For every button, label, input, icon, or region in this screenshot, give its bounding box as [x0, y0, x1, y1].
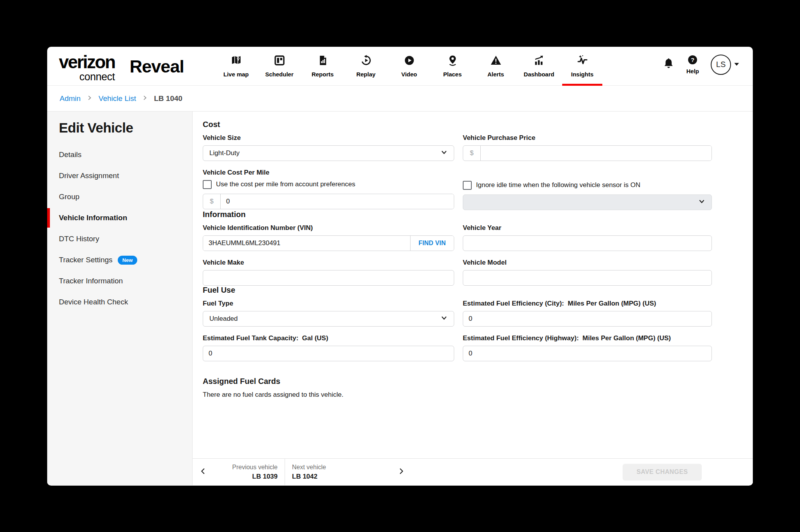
idle-checkbox-row: Ignore idle time when the following vehi…: [463, 181, 712, 189]
vehicle-size-value: Light-Duty: [209, 149, 239, 157]
fuel-type-value: Unleaded: [209, 315, 238, 323]
nav-item-places[interactable]: Places: [431, 47, 474, 85]
chevron-down-icon: [734, 61, 740, 68]
information-row-2: Vehicle Make Vehicle Model: [203, 259, 753, 286]
chevron-right-icon: [398, 467, 405, 477]
nav-label: Places: [443, 71, 462, 78]
app-window: verizon connect Reveal Live map Schedule…: [47, 47, 753, 486]
breadcrumb-vehicle-list-link[interactable]: Vehicle List: [99, 94, 136, 103]
video-icon: [404, 55, 415, 68]
vehicle-size-select[interactable]: Light-Duty: [203, 145, 454, 161]
purchase-price-label: Vehicle Purchase Price: [463, 134, 712, 142]
efficiency-highway-label: Estimated Fuel Efficiency (Highway): Mil…: [463, 334, 712, 342]
nav-item-reports[interactable]: Reports: [301, 47, 344, 85]
nav-label: Video: [401, 71, 417, 78]
vehicle-year-field: Vehicle Year: [463, 224, 712, 251]
help-button[interactable]: ? Help: [686, 55, 699, 74]
logo-connect-text: connect: [79, 72, 115, 82]
tank-capacity-input[interactable]: [203, 346, 454, 361]
idle-checkbox[interactable]: [463, 181, 472, 190]
previous-vehicle-label: Previous vehicle: [232, 464, 278, 471]
new-badge: New: [118, 256, 138, 265]
nav-item-insights[interactable]: Insights: [561, 47, 604, 85]
fuel-cards-empty-text: There are no fuel cards assigned to this…: [203, 391, 753, 399]
verizon-wordmark: verizon connect: [59, 53, 115, 82]
sidebar-nav: Details Driver Assignment Group Vehicle …: [47, 144, 192, 313]
information-row-1: Vehicle Identification Number (VIN) FIND…: [203, 224, 753, 251]
cost-row-1: Vehicle Size Light-Duty Vehicle Purchase…: [203, 134, 753, 161]
sidebar-item-details[interactable]: Details: [47, 144, 192, 165]
fuel-type-select[interactable]: Unleaded: [203, 311, 454, 327]
main-panel: Cost Vehicle Size Light-Duty Vehicle Pur…: [193, 111, 753, 485]
next-vehicle-button[interactable]: [389, 459, 413, 485]
tank-capacity-label: Estimated Fuel Tank Capacity: Gal (US): [203, 334, 454, 342]
sidebar-item-label: DTC History: [59, 235, 99, 243]
breadcrumb: Admin Vehicle List LB 1040: [47, 86, 753, 111]
user-menu[interactable]: LS: [711, 55, 740, 75]
vin-input[interactable]: [203, 236, 410, 251]
vehicle-model-input[interactable]: [463, 270, 712, 286]
vin-label: Vehicle Identification Number (VIN): [203, 224, 454, 232]
chevron-down-icon: [441, 149, 448, 158]
svg-text:?: ?: [691, 57, 694, 63]
nav-item-video[interactable]: Video: [388, 47, 431, 85]
chevron-right-icon: [142, 95, 148, 103]
verizon-connect-logo: verizon connect Reveal: [59, 53, 184, 82]
next-vehicle-info[interactable]: Next vehicle LB 1042: [285, 459, 354, 485]
cost-per-mile-checkbox[interactable]: [203, 180, 212, 189]
nav-label: Reports: [312, 71, 334, 78]
cost-per-mile-checkbox-label: Use the cost per mile from account prefe…: [216, 180, 355, 188]
sidebar-item-driver-assignment[interactable]: Driver Assignment: [47, 165, 192, 186]
vehicle-make-input[interactable]: [203, 270, 454, 286]
sidebar-item-vehicle-information[interactable]: Vehicle Information: [47, 207, 192, 228]
cost-per-mile-input[interactable]: [221, 194, 454, 209]
efficiency-city-input[interactable]: [463, 311, 712, 327]
vehicle-year-input[interactable]: [463, 235, 712, 251]
next-vehicle-name: LB 1042: [292, 473, 317, 481]
sidebar-item-label: Tracker Information: [59, 277, 123, 285]
previous-vehicle-info[interactable]: Previous vehicle LB 1039: [214, 459, 285, 485]
fuel-row-2: Estimated Fuel Tank Capacity: Gal (US) E…: [203, 334, 753, 361]
help-label: Help: [686, 68, 699, 74]
nav-item-replay[interactable]: Replay: [344, 47, 388, 85]
nav-label: Dashboard: [524, 71, 554, 78]
efficiency-highway-input[interactable]: [463, 346, 712, 361]
idle-sensor-select[interactable]: [463, 194, 712, 210]
nav-item-live-map[interactable]: Live map: [214, 47, 258, 85]
reports-icon: [317, 55, 329, 68]
nav-item-dashboard[interactable]: Dashboard: [517, 47, 561, 85]
efficiency-city-label: Estimated Fuel Efficiency (City): Miles …: [463, 300, 712, 308]
find-vin-button[interactable]: FIND VIN: [410, 236, 454, 251]
purchase-price-input[interactable]: [481, 146, 712, 161]
previous-vehicle-button[interactable]: [193, 459, 214, 485]
edit-vehicle-sidebar: Edit Vehicle Details Driver Assignment G…: [47, 111, 193, 485]
vehicle-year-label: Vehicle Year: [463, 224, 712, 232]
sidebar-item-dtc-history[interactable]: DTC History: [47, 228, 192, 249]
vehicle-size-field: Vehicle Size Light-Duty: [203, 134, 454, 161]
vehicle-form: Cost Vehicle Size Light-Duty Vehicle Pur…: [193, 111, 753, 458]
vehicle-model-field: Vehicle Model: [463, 259, 712, 286]
help-icon: ?: [687, 55, 698, 67]
notifications-bell-icon[interactable]: [663, 58, 674, 72]
sidebar-item-device-health-check[interactable]: Device Health Check: [47, 292, 192, 313]
next-vehicle-label: Next vehicle: [292, 464, 326, 471]
sidebar-item-tracker-settings[interactable]: Tracker Settings New: [47, 249, 192, 270]
primary-nav: Live map Scheduler Reports Replay Video …: [214, 47, 604, 85]
top-nav-bar: verizon connect Reveal Live map Schedule…: [47, 47, 753, 86]
header-right-cluster: ? Help LS: [663, 47, 740, 84]
save-changes-button[interactable]: SAVE CHANGES: [623, 464, 702, 481]
nav-item-scheduler[interactable]: Scheduler: [258, 47, 301, 85]
chevron-down-icon: [441, 315, 448, 323]
previous-vehicle-name: LB 1039: [252, 473, 278, 481]
replay-icon: [360, 55, 372, 68]
breadcrumb-admin-link[interactable]: Admin: [60, 94, 81, 103]
cost-row-2: Vehicle Cost Per Mile Use the cost per m…: [203, 169, 753, 210]
sidebar-item-group[interactable]: Group: [47, 186, 192, 207]
nav-item-alerts[interactable]: Alerts: [474, 47, 517, 85]
insights-icon: [577, 55, 588, 68]
sidebar-item-tracker-information[interactable]: Tracker Information: [47, 270, 192, 292]
dollar-prefix: $: [203, 194, 221, 209]
sidebar-item-label: Tracker Settings: [59, 256, 113, 264]
chevron-right-icon: [87, 95, 93, 103]
sidebar-item-label: Vehicle Information: [59, 214, 127, 222]
